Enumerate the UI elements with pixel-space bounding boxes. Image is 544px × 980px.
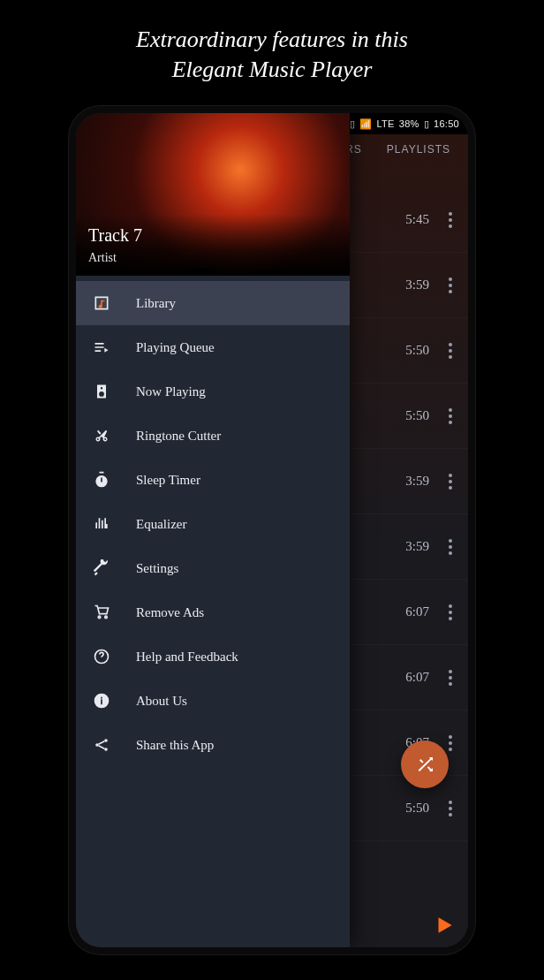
- help-icon: [92, 648, 111, 665]
- drawer-item-label: Sleep Timer: [136, 473, 200, 488]
- drawer-item-about[interactable]: About Us: [76, 679, 350, 723]
- more-options-button[interactable]: [449, 801, 452, 817]
- promo-text: Extraordinary features in this Elegant M…: [0, 0, 544, 95]
- track-duration: 5:50: [389, 343, 429, 358]
- signal-icon: 📶: [359, 118, 372, 130]
- sim-indicator: ▯: [350, 118, 355, 130]
- info-icon: [92, 692, 111, 710]
- drawer-item-label: Equalizer: [136, 517, 186, 532]
- drawer-item-sleep[interactable]: Sleep Timer: [76, 458, 350, 502]
- drawer-item-label: Help and Feedback: [136, 650, 238, 665]
- drawer-menu: LibraryPlaying QueueNow PlayingRingtone …: [76, 276, 350, 947]
- shuffle-fab[interactable]: [401, 741, 449, 788]
- wrench-icon: [92, 559, 111, 577]
- mini-play-button[interactable]: [433, 914, 456, 940]
- drawer-item-label: Library: [136, 296, 176, 311]
- tab-playlists[interactable]: PLAYLISTS: [387, 143, 450, 156]
- music-note-icon: [92, 294, 111, 312]
- battery-percent: 38%: [399, 118, 419, 129]
- shuffle-icon: [414, 754, 435, 775]
- play-icon: [433, 914, 456, 937]
- timer-icon: [92, 471, 111, 489]
- drawer-item-ringtone[interactable]: Ringtone Cutter: [76, 414, 350, 458]
- more-options-button[interactable]: [449, 408, 452, 424]
- more-options-button[interactable]: [449, 539, 452, 555]
- drawer-item-settings[interactable]: Settings: [76, 546, 350, 590]
- track-duration: 3:59: [389, 277, 429, 292]
- track-duration: 6:07: [389, 670, 429, 685]
- equalizer-icon: [92, 515, 111, 533]
- drawer-item-queue[interactable]: Playing Queue: [76, 325, 350, 369]
- drawer-item-eq[interactable]: Equalizer: [76, 502, 350, 546]
- cart-icon: [92, 604, 111, 621]
- drawer-item-share[interactable]: Share this App: [76, 723, 350, 767]
- current-track-title: Track 7: [88, 225, 142, 246]
- drawer-item-now[interactable]: Now Playing: [76, 369, 350, 414]
- network-type: LTE: [376, 118, 394, 129]
- track-duration: 3:59: [389, 474, 429, 489]
- screen: ▯ VoLTE ▯ 📶 LTE 38% ▯ 16:50 RSPLAYLISTS …: [76, 113, 468, 947]
- drawer-header[interactable]: Track 7 Artist: [76, 113, 350, 276]
- more-options-button[interactable]: [449, 277, 452, 293]
- track-duration: 3:59: [389, 539, 429, 554]
- speaker-icon: [92, 383, 111, 400]
- more-options-button[interactable]: [449, 735, 452, 751]
- drawer-item-label: Ringtone Cutter: [136, 429, 221, 444]
- more-options-button[interactable]: [449, 604, 452, 620]
- drawer-item-library[interactable]: Library: [76, 281, 350, 325]
- navigation-drawer: Track 7 Artist LibraryPlaying QueueNow P…: [76, 113, 350, 947]
- phone-frame: ▯ VoLTE ▯ 📶 LTE 38% ▯ 16:50 RSPLAYLISTS …: [69, 106, 475, 954]
- more-options-button[interactable]: [449, 212, 452, 228]
- track-duration: 5:50: [389, 801, 429, 816]
- drawer-item-label: Settings: [136, 561, 178, 576]
- more-options-button[interactable]: [449, 343, 452, 359]
- queue-icon: [92, 338, 111, 356]
- scissors-icon: [92, 427, 111, 444]
- track-duration: 6:07: [389, 604, 429, 619]
- more-options-button[interactable]: [449, 670, 452, 686]
- drawer-item-label: Playing Queue: [136, 340, 215, 355]
- drawer-item-ads[interactable]: Remove Ads: [76, 590, 350, 634]
- track-duration: 5:45: [389, 212, 429, 227]
- drawer-item-label: Remove Ads: [136, 605, 204, 620]
- share-icon: [92, 736, 111, 754]
- drawer-item-help[interactable]: Help and Feedback: [76, 634, 350, 679]
- current-track-artist: Artist: [88, 251, 117, 265]
- clock: 16:50: [434, 118, 459, 129]
- drawer-item-label: Share this App: [136, 738, 214, 753]
- promo-line1: Extraordinary features in this: [136, 27, 408, 52]
- more-options-button[interactable]: [449, 474, 452, 490]
- battery-icon: ▯: [424, 118, 429, 130]
- promo-line2: Elegant Music Player: [172, 57, 373, 82]
- drawer-item-label: About Us: [136, 694, 187, 709]
- track-duration: 5:50: [389, 408, 429, 423]
- drawer-item-label: Now Playing: [136, 384, 206, 399]
